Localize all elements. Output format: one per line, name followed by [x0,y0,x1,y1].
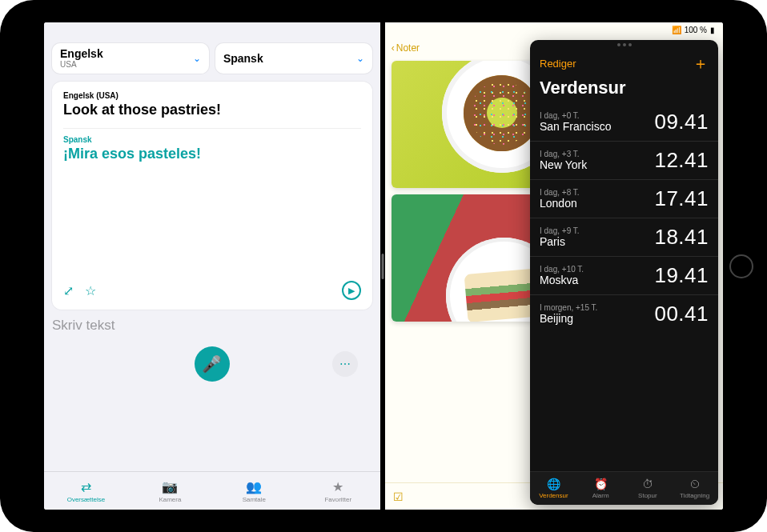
note-image-donut[interactable] [392,61,538,188]
note-image-sandwich[interactable] [392,194,538,322]
chevron-down-icon: ⌄ [193,53,201,64]
tab-favorites[interactable]: ★ Favoritter [296,472,380,510]
chevron-down-icon: ⌄ [356,53,364,64]
source-language-region: USA [60,60,103,69]
clock-offset: I morgen, +15 T. [540,303,597,313]
tab-conversation[interactable]: 👥 Samtale [212,472,296,510]
expand-icon[interactable]: ⤢ [63,283,74,298]
language-pickers: Engelsk USA ⌄ Spansk ⌄ [44,40,380,82]
clock-edit-button[interactable]: Rediger [540,58,576,70]
people-icon: 👥 [246,479,262,494]
clock-city: New York [540,158,587,171]
translate-icon: ⇄ [81,479,91,494]
tab-label: Oversættelse [67,496,106,503]
chevron-left-icon: ‹ [392,42,395,54]
world-clock-row[interactable]: I dag, +9 T. Paris 18.41 [530,218,718,256]
target-text[interactable]: ¡Mira esos pasteles! [63,146,361,162]
play-audio-button[interactable]: ▶ [342,281,361,300]
clock-tabbar: 🌐 Verdensur ⏰ Alarm ⏱ Stopur ⏲ Tidtagnin… [530,471,718,505]
screen: 09.41 tir. 18. okt. Engelsk USA ⌄ Spansk [44,22,723,510]
ipad-frame: 09.41 tir. 18. okt. Engelsk USA ⌄ Spansk [0,0,767,532]
target-language-name: Spansk [223,53,263,65]
target-language-picker[interactable]: Spansk ⌄ [215,43,372,74]
tab-label: Favoritter [324,496,351,503]
notes-back-label: Noter [396,42,420,54]
clock-slideover: Rediger ＋ Verdensur I dag, +0 T. San Fra… [530,40,718,505]
clock-tab-timer[interactable]: ⏲ Tidtagning [671,472,718,505]
source-language-name: Engelsk [60,48,103,60]
clock-tab-label: Stopur [638,492,657,499]
clock-tab-label: Tidtagning [680,492,709,499]
ellipsis-icon: ⋯ [339,358,351,370]
world-clock-row[interactable]: I dag, +0 T. San Francisco 09.41 [530,103,718,141]
clock-city: San Francisco [540,120,611,133]
clock-time: 12.41 [654,148,709,173]
clock-offset: I dag, +9 T. [540,226,580,236]
card-actions: ⤢ ☆ ▶ [63,281,361,300]
translate-tabbar: ⇄ Oversættelse 📷 Kamera 👥 Samtale ★ Favo… [44,471,380,510]
translate-app: Engelsk USA ⌄ Spansk ⌄ Engelsk (USA) Loo… [44,22,380,510]
clock-time: 19.41 [654,263,709,288]
world-clock-row[interactable]: I dag, +8 T. London 17.41 [530,179,718,218]
checklist-icon[interactable]: ☑ [393,490,404,503]
world-clock-row[interactable]: I dag, +3 T. New York 12.41 [530,141,718,179]
clock-tab-alarm[interactable]: ⏰ Alarm [577,472,624,505]
clock-tab-label: Verdensur [539,492,568,499]
clock-city: Moskva [540,274,584,286]
battery-percent: 100 % [685,26,707,34]
notes-app: 📶 100 % ▮ ‹ Noter [385,22,723,510]
microphone-button[interactable]: 🎤 [195,346,230,382]
globe-icon: 🌐 [547,478,560,490]
wifi-icon: 📶 [672,26,681,34]
tab-label: Samtale [243,496,266,503]
multitask-grabber-slideover[interactable] [617,43,632,46]
stopwatch-icon: ⏱ [642,478,653,490]
clock-offset: I dag, +0 T. [540,111,611,121]
alarm-icon: ⏰ [594,478,608,490]
notes-back-button[interactable]: ‹ Noter [392,42,420,54]
tab-translate[interactable]: ⇄ Oversættelse [44,472,128,510]
text-input[interactable]: Skriv tekst [52,318,372,334]
home-button[interactable] [729,254,753,278]
target-label: Spansk [63,135,361,144]
clock-offset: I dag, +8 T. [540,188,580,198]
clock-offset: I dag, +3 T. [540,150,587,159]
mic-row: 🎤 ⋯ [44,334,380,388]
source-text[interactable]: Look at those pastries! [63,102,361,118]
clock-time: 18.41 [654,225,709,250]
source-language-picker[interactable]: Engelsk USA ⌄ [52,43,209,74]
card-divider [63,128,361,129]
microphone-icon: 🎤 [202,354,222,374]
world-clock-row[interactable]: I dag, +10 T. Moskva 19.41 [530,256,718,294]
tab-label: Kamera [159,496,181,503]
clock-title: Verdensur [530,78,718,103]
world-clock-list[interactable]: I dag, +0 T. San Francisco 09.41 I dag, … [530,103,718,471]
clock-tab-label: Alarm [592,492,609,499]
status-bar-right: 📶 100 % ▮ [672,26,715,34]
battery-icon: ▮ [710,26,715,34]
clock-city: Paris [540,235,580,248]
camera-icon: 📷 [162,479,178,494]
source-label: Engelsk (USA) [63,91,361,100]
clock-tab-stopwatch[interactable]: ⏱ Stopur [624,472,672,505]
tab-camera[interactable]: 📷 Kamera [128,472,212,510]
clock-add-button[interactable]: ＋ [693,53,709,74]
more-button[interactable]: ⋯ [332,351,358,377]
clock-tab-worldclock[interactable]: 🌐 Verdensur [530,472,577,505]
timer-icon: ⏲ [689,478,701,490]
world-clock-row[interactable]: I morgen, +15 T. Beijing 00.41 [530,294,718,333]
clock-city: Beijing [540,312,597,325]
clock-time: 17.41 [654,186,709,211]
clock-time: 09.41 [654,110,709,134]
favorite-icon[interactable]: ☆ [85,283,96,298]
clock-offset: I dag, +10 T. [540,265,584,274]
clock-time: 00.41 [654,302,709,326]
star-icon: ★ [332,479,343,494]
clock-city: London [540,197,580,210]
translation-card: Engelsk (USA) Look at those pastries! Sp… [52,82,372,310]
